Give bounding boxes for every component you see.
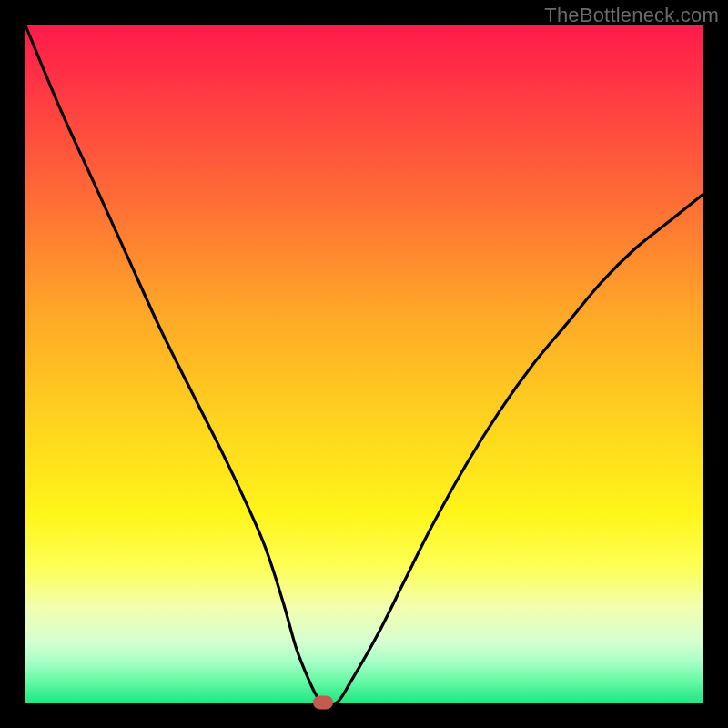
curve-path xyxy=(25,25,703,704)
chart-frame: TheBottleneck.com xyxy=(0,0,728,728)
optimal-point-marker xyxy=(313,696,333,710)
watermark-text: TheBottleneck.com xyxy=(544,4,719,27)
bottleneck-curve xyxy=(25,25,703,703)
chart-plot-area xyxy=(25,25,703,703)
